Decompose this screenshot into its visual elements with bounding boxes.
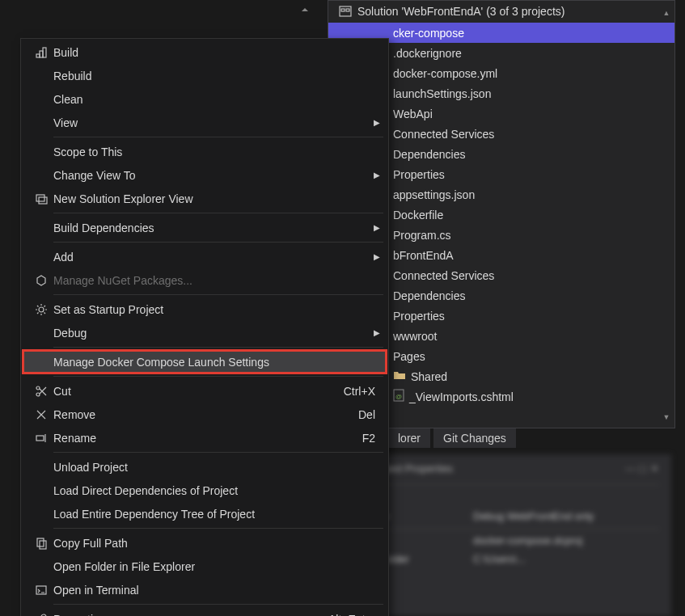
menu-build[interactable]: Build	[23, 40, 387, 64]
delete-icon	[29, 408, 53, 421]
nuget-icon	[29, 274, 53, 287]
menu-open-explorer[interactable]: Open Folder in File Explorer	[23, 555, 387, 578]
menu-properties[interactable]: Properties Alt+Enter	[23, 607, 387, 616]
shortcut-text: Alt+Enter	[328, 613, 380, 617]
shortcut-text: F2	[362, 432, 380, 445]
scroll-up-icon[interactable]: ▲	[661, 9, 672, 17]
menu-clean[interactable]: Clean	[23, 87, 387, 111]
svg-rect-15	[40, 541, 46, 549]
chevron-right-icon: ▶	[369, 118, 380, 127]
menu-separator	[53, 604, 383, 605]
svg-rect-7	[43, 48, 46, 57]
panel-tabs: lorer Git Changes	[388, 428, 516, 448]
svg-rect-1	[341, 9, 345, 11]
chevron-right-icon: ▶	[369, 223, 380, 232]
menu-separator	[53, 528, 383, 529]
menu-remove[interactable]: Remove Del	[23, 403, 387, 426]
menu-build-deps[interactable]: Build Dependencies ▶	[23, 216, 387, 239]
shortcut-text: Del	[358, 408, 380, 421]
svg-rect-8	[36, 195, 44, 201]
svg-rect-9	[39, 197, 47, 204]
chevron-right-icon: ▶	[369, 171, 380, 179]
menu-new-explorer[interactable]: New Solution Explorer View	[23, 187, 387, 210]
copy-icon	[29, 537, 53, 550]
menu-separator	[53, 242, 383, 243]
svg-text:@: @	[395, 393, 402, 400]
solution-icon	[338, 5, 353, 18]
menu-rebuild[interactable]: Rebuild	[23, 64, 387, 87]
svg-point-11	[36, 393, 40, 396]
menu-scope[interactable]: Scope to This	[23, 140, 387, 163]
build-icon	[29, 46, 53, 59]
menu-add[interactable]: Add ▶	[23, 245, 387, 268]
folder-icon	[393, 369, 406, 383]
wrench-icon	[29, 613, 53, 617]
menu-load-direct[interactable]: Load Direct Dependencies of Project	[23, 479, 387, 502]
menu-docker-launch[interactable]: Manage Docker Compose Launch Settings	[23, 350, 387, 373]
solution-label: Solution 'WebFrontEndA' (3 of 3 projects…	[357, 5, 564, 18]
file-icon: @	[393, 389, 404, 404]
menu-separator	[53, 294, 383, 295]
svg-rect-14	[37, 538, 44, 546]
scrollbar[interactable]: ▲ ▼	[661, 9, 672, 421]
menu-open-terminal[interactable]: Open in Terminal	[23, 578, 387, 601]
gear-icon	[29, 303, 53, 316]
menu-separator	[53, 347, 383, 348]
menu-separator	[53, 137, 383, 137]
menu-change-view[interactable]: Change View To ▶	[23, 163, 387, 187]
new-window-icon	[29, 192, 53, 205]
menu-separator	[53, 213, 383, 213]
tab-git-changes[interactable]: Git Changes	[433, 428, 516, 448]
menu-view[interactable]: View ▶	[23, 111, 387, 134]
solution-node[interactable]: Solution 'WebFrontEndA' (3 of 3 projects…	[328, 1, 674, 21]
menu-nuget: Manage NuGet Packages...	[23, 268, 387, 292]
svg-rect-13	[36, 436, 44, 441]
chevron-right-icon: ▶	[369, 252, 380, 261]
menu-unload[interactable]: Unload Project	[23, 455, 387, 479]
window-controls-icon[interactable]: — ◻ ✕	[625, 462, 659, 475]
svg-point-12	[36, 386, 40, 390]
svg-point-10	[39, 307, 44, 312]
svg-rect-2	[346, 9, 349, 11]
chevron-right-icon: ▶	[369, 328, 380, 337]
scissors-icon	[29, 385, 53, 398]
menu-separator	[53, 452, 383, 453]
rename-icon	[29, 432, 53, 445]
menu-debug[interactable]: Debug ▶	[23, 321, 387, 344]
shortcut-text: Ctrl+X	[344, 385, 380, 398]
terminal-icon	[29, 584, 53, 597]
scroll-down-icon[interactable]: ▼	[661, 413, 672, 421]
tab-solution-explorer[interactable]: lorer	[388, 428, 430, 448]
scroll-up-arrow[interactable]	[299, 4, 311, 15]
menu-copy-path[interactable]: Copy Full Path	[23, 531, 387, 555]
menu-startup[interactable]: Set as Startup Project	[23, 297, 387, 321]
menu-cut[interactable]: Cut Ctrl+X	[23, 379, 387, 403]
context-menu: Build Rebuild Clean View ▶ Scope to This…	[20, 38, 389, 616]
menu-load-tree[interactable]: Load Entire Dependency Tree of Project	[23, 502, 387, 525]
menu-separator	[53, 376, 383, 377]
properties-section: opose	[344, 490, 659, 502]
menu-rename[interactable]: Rename F2	[23, 426, 387, 449]
